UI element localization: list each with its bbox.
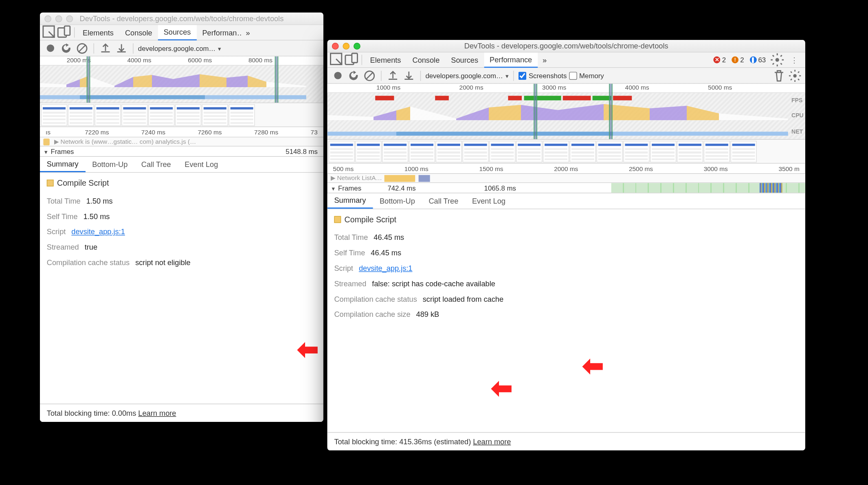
svg-rect-7	[352, 53, 358, 63]
msg-badge[interactable]: ❚63	[748, 56, 767, 64]
toggle-device-icon[interactable]	[57, 25, 72, 40]
trash-icon[interactable]	[772, 69, 786, 83]
svg-rect-2	[64, 26, 70, 35]
settings-icon[interactable]	[788, 69, 802, 83]
more-tabs-icon[interactable]: »	[538, 56, 552, 64]
frames-value: 5148.8 ms	[286, 147, 323, 156]
load-icon[interactable]	[99, 42, 112, 55]
tab-performance[interactable]: Performan…	[196, 25, 241, 40]
frames-row[interactable]: Frames 5148.8 ms	[40, 147, 323, 157]
tab-bottom-up[interactable]: Bottom-Up	[373, 193, 422, 209]
devtools-tabstrip: Elements Console Sources Performan… »	[40, 25, 323, 41]
detail-tabs: Summary Bottom-Up Call Tree Event Log	[40, 157, 323, 173]
toggle-device-icon[interactable]	[345, 52, 359, 68]
tab-call-tree[interactable]: Call Tree	[422, 193, 465, 209]
minimize-icon[interactable]	[55, 15, 62, 22]
screenshots-checkbox[interactable]: Screenshots	[519, 72, 567, 80]
perf-toolbar: developers.google.com…	[40, 40, 323, 56]
maximize-icon[interactable]	[66, 15, 73, 22]
memory-checkbox[interactable]: Memory	[569, 72, 604, 80]
network-row[interactable]: ▶ Network is (www…gstatic… com) analytic…	[40, 137, 323, 146]
tab-summary[interactable]: Summary	[327, 193, 373, 209]
detail-body: Compile Script Total Time1.50 ms Self Ti…	[40, 173, 323, 404]
kebab-icon[interactable]: ⋮	[787, 52, 802, 68]
devtools-window-left: DevTools - developers.google.com/web/too…	[40, 13, 323, 422]
cpu-label: CPU	[791, 112, 804, 119]
minimize-icon[interactable]	[343, 42, 349, 49]
close-icon[interactable]	[44, 15, 51, 22]
reload-icon[interactable]	[347, 69, 360, 83]
load-icon[interactable]	[386, 69, 400, 83]
network-row[interactable]: ▶ Network ListA…	[327, 174, 805, 183]
tab-sources[interactable]: Sources	[445, 52, 484, 68]
perf-toolbar: developers.google.com… Screenshots Memor…	[327, 68, 805, 84]
tab-event-log[interactable]: Event Log	[178, 157, 225, 172]
tab-summary[interactable]: Summary	[40, 157, 85, 172]
event-name: Compile Script	[345, 215, 396, 224]
svg-line-10	[366, 72, 373, 79]
save-icon[interactable]	[402, 69, 416, 83]
more-tabs-icon[interactable]: »	[241, 28, 255, 37]
clear-icon[interactable]	[75, 42, 89, 55]
learn-more-link[interactable]: Learn more	[473, 437, 511, 446]
frames-label: Frames	[338, 184, 361, 192]
event-color-swatch	[334, 216, 341, 223]
record-button[interactable]	[331, 69, 345, 83]
perf-overview[interactable]: 1000 ms 2000 ms 3000 ms 4000 ms 5000 ms …	[327, 84, 805, 140]
close-icon[interactable]	[332, 42, 339, 49]
window-title: DevTools - developers.google.com/web/too…	[40, 14, 323, 23]
clear-icon[interactable]	[363, 69, 376, 83]
settings-icon[interactable]	[770, 52, 784, 68]
detail-body: Compile Script Total Time46.45 ms Self T…	[327, 209, 805, 432]
save-icon[interactable]	[114, 42, 128, 55]
total-blocking-time: Total blocking time: 415.36ms (estimated…	[334, 437, 473, 446]
frames-label: Frames	[51, 147, 74, 156]
tab-bottom-up[interactable]: Bottom-Up	[85, 157, 134, 172]
record-button[interactable]	[43, 42, 57, 55]
recording-select[interactable]: developers.google.com…	[425, 72, 509, 80]
event-name: Compile Script	[57, 178, 109, 187]
window-title: DevTools - developers.google.com/web/too…	[327, 42, 805, 50]
window-titlebar[interactable]: DevTools - developers.google.com/web/too…	[40, 13, 323, 25]
warn-badge[interactable]: !2	[730, 56, 746, 64]
net-label: NET	[791, 128, 804, 134]
frames-row[interactable]: Frames 742.4 ms 1065.8 ms	[327, 183, 805, 193]
recording-select[interactable]: developers.google.com…	[138, 44, 222, 53]
tab-console[interactable]: Console	[119, 25, 158, 40]
event-color-swatch	[47, 180, 54, 187]
inspect-element-icon[interactable]	[330, 52, 344, 68]
tab-elements[interactable]: Elements	[77, 25, 119, 40]
svg-point-8	[776, 58, 779, 61]
filmstrip[interactable]	[40, 103, 323, 127]
perf-overview[interactable]: 2000 ms 4000 ms 6000 ms 8000 ms	[40, 57, 323, 103]
tab-performance[interactable]: Performance	[484, 52, 538, 68]
learn-more-link[interactable]: Learn more	[138, 409, 176, 417]
footer: Total blocking time: 415.36ms (estimated…	[327, 432, 805, 450]
frames-value-1: 742.4 ms	[387, 184, 415, 192]
devtools-tabstrip: Elements Console Sources Performance » ✕…	[327, 53, 805, 68]
fps-label: FPS	[791, 97, 804, 103]
script-link[interactable]: devsite_app.js:1	[71, 228, 125, 236]
tab-call-tree[interactable]: Call Tree	[134, 157, 178, 172]
devtools-window-right: DevTools - developers.google.com/web/too…	[327, 40, 805, 450]
inspect-element-icon[interactable]	[42, 25, 57, 40]
window-titlebar[interactable]: DevTools - developers.google.com/web/too…	[327, 40, 805, 53]
frames-value-2: 1065.8 ms	[484, 184, 516, 192]
script-link[interactable]: devsite_app.js:1	[359, 264, 413, 272]
flame-ruler[interactable]: 500 ms 1000 ms 1500 ms 2000 ms 2500 ms 3…	[327, 164, 805, 174]
tab-elements[interactable]: Elements	[365, 52, 407, 68]
reload-icon[interactable]	[59, 42, 73, 55]
flame-ruler[interactable]: ıs 7220 ms 7240 ms 7260 ms 7280 ms 73	[40, 127, 323, 137]
error-badge[interactable]: ✕2	[712, 56, 728, 64]
svg-point-11	[793, 74, 796, 77]
filmstrip[interactable]	[327, 140, 805, 164]
tab-sources[interactable]: Sources	[158, 25, 197, 40]
maximize-icon[interactable]	[354, 42, 360, 49]
detail-tabs: Summary Bottom-Up Call Tree Event Log	[327, 193, 805, 209]
total-blocking-time: Total blocking time: 0.00ms	[47, 409, 138, 417]
footer: Total blocking time: 0.00ms Learn more	[40, 404, 323, 422]
svg-line-4	[79, 45, 86, 52]
tab-event-log[interactable]: Event Log	[465, 193, 512, 209]
tab-console[interactable]: Console	[407, 52, 445, 68]
